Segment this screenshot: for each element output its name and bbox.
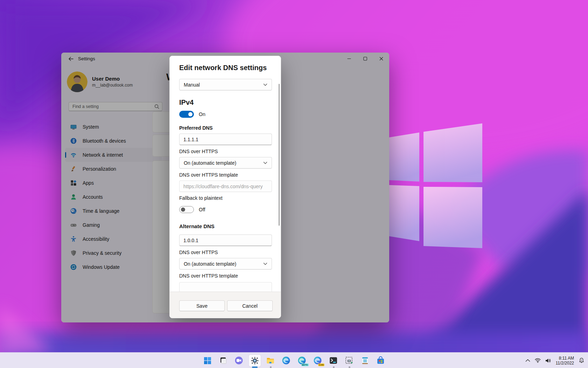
- doh1-label: DNS over HTTPS: [179, 149, 218, 154]
- start-button[interactable]: [202, 355, 214, 367]
- microsoft-store-icon: [376, 356, 385, 365]
- tray-time: 8:11 AM: [556, 356, 574, 361]
- edge-beta-badge: BETA: [301, 363, 309, 366]
- doh1-select[interactable]: On (automatic template): [179, 157, 272, 169]
- taskbar: BETA CAN 8:11 AM: [0, 352, 588, 368]
- chevron-down-icon: [263, 83, 267, 86]
- edge-button[interactable]: [280, 355, 292, 367]
- file-explorer-button[interactable]: [265, 355, 276, 367]
- toggle-knob: [188, 112, 192, 116]
- dialog-title: Edit network DNS settings: [179, 64, 267, 72]
- settings-taskbar-button[interactable]: [249, 355, 261, 367]
- volume-icon[interactable]: [545, 358, 551, 363]
- dns-mode-select[interactable]: Manual: [179, 79, 272, 90]
- toggle-knob: [181, 207, 185, 212]
- notepad-icon: [361, 356, 369, 365]
- settings-window: Settings: [61, 53, 389, 322]
- taskbar-clock[interactable]: 8:11 AM 11/2/2022: [556, 356, 574, 366]
- edge-icon: [282, 356, 290, 365]
- chat-button[interactable]: [233, 355, 245, 367]
- edit-dns-dialog: Edit network DNS settings Manual IPv4 On…: [169, 56, 281, 318]
- terminal-icon: [329, 356, 338, 365]
- chevron-down-icon: [263, 263, 267, 265]
- edge-canary-button[interactable]: CAN: [312, 355, 324, 367]
- save-button[interactable]: Save: [179, 300, 225, 311]
- edge-canary-badge: CAN: [318, 363, 324, 366]
- template2-label: DNS over HTTPS template: [179, 273, 238, 279]
- doh2-select[interactable]: On (automatic template): [179, 258, 272, 270]
- doh2-value: On (automatic template): [184, 261, 236, 267]
- system-tray: 8:11 AM 11/2/2022 z: [525, 353, 585, 368]
- template1-label: DNS over HTTPS template: [179, 172, 238, 178]
- ipv4-toggle[interactable]: [179, 111, 194, 118]
- template2-input: [179, 282, 272, 292]
- notepad-button[interactable]: [359, 355, 371, 367]
- taskbar-icons: BETA CAN: [0, 353, 588, 368]
- fallback-label: Fallback to plaintext: [179, 195, 223, 201]
- notification-bell-icon[interactable]: z: [579, 357, 584, 363]
- task-view-icon: [219, 356, 227, 365]
- terminal-button[interactable]: [328, 355, 340, 367]
- dialog-footer: Save Cancel: [170, 292, 281, 318]
- file-explorer-icon: [266, 356, 275, 365]
- tray-date: 11/2/2022: [556, 361, 574, 366]
- template1-input: [179, 180, 272, 192]
- cancel-button[interactable]: Cancel: [227, 300, 273, 311]
- wifi-icon[interactable]: [535, 358, 541, 363]
- fallback-toggle-state: Off: [199, 207, 205, 212]
- dialog-scrollbar[interactable]: [279, 84, 280, 226]
- chevron-up-icon[interactable]: [525, 359, 530, 362]
- start-icon: [203, 356, 212, 365]
- doh2-label: DNS over HTTPS: [179, 250, 218, 255]
- desktop: Settings: [0, 0, 588, 368]
- edge-beta-button[interactable]: BETA: [296, 355, 308, 367]
- dns-mode-value: Manual: [184, 82, 200, 88]
- snipping-tool-icon: [345, 356, 354, 365]
- settings-gear-icon: [251, 356, 259, 365]
- chat-icon: [234, 356, 243, 365]
- chevron-down-icon: [263, 162, 267, 164]
- microsoft-store-button[interactable]: [375, 355, 387, 367]
- alternate-dns-label: Alternate DNS: [179, 223, 215, 229]
- task-view-button[interactable]: [217, 355, 229, 367]
- doh1-value: On (automatic template): [184, 160, 236, 166]
- snipping-tool-button[interactable]: [343, 355, 355, 367]
- ipv4-toggle-state: On: [199, 111, 205, 117]
- fallback-toggle[interactable]: [179, 206, 194, 213]
- alternate-dns-input[interactable]: [179, 234, 272, 246]
- ipv4-toggle-row: On: [179, 111, 205, 118]
- svg-text:z: z: [581, 359, 582, 361]
- preferred-dns-input[interactable]: [179, 134, 272, 145]
- ipv4-heading: IPv4: [179, 98, 194, 107]
- fallback-toggle-row: Off: [179, 206, 205, 213]
- preferred-dns-label: Preferred DNS: [179, 125, 213, 131]
